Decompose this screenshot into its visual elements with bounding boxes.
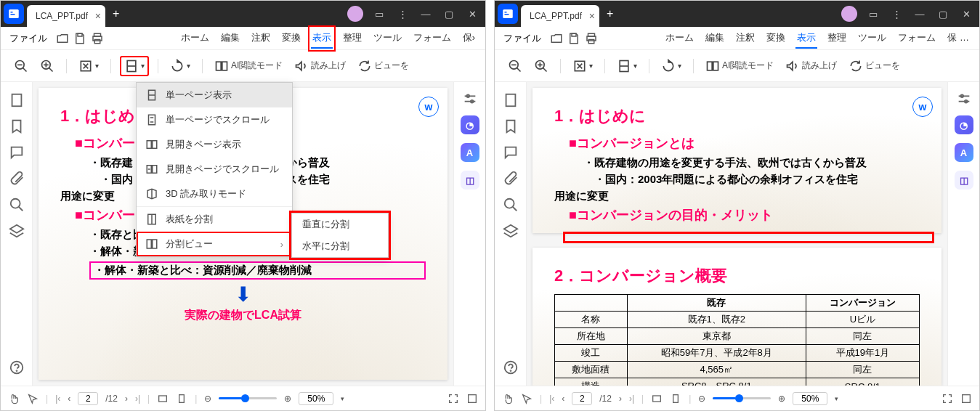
dd-facing[interactable]: 見開きページ表示 [137, 132, 292, 157]
tab-close-icon[interactable]: × [589, 10, 595, 22]
dd-vertical-split[interactable]: 垂直に分割 [292, 213, 388, 235]
menu-view[interactable]: 表示 [795, 28, 817, 49]
zoom-in-button[interactable] [37, 56, 57, 76]
zoom-input[interactable] [299, 392, 333, 405]
menu-edit[interactable]: 編集 [219, 28, 241, 49]
menu-file[interactable]: ファイル [503, 32, 541, 45]
user-avatar[interactable] [841, 6, 857, 22]
save-icon[interactable] [73, 32, 86, 45]
zoom-out-button[interactable] [11, 56, 31, 76]
search-icon[interactable] [9, 197, 25, 213]
menu-convert[interactable]: 変換 [765, 28, 787, 49]
user-avatar[interactable] [347, 6, 363, 22]
menu-home[interactable]: ホーム [664, 28, 695, 49]
thumbnails-icon[interactable] [9, 92, 25, 108]
help-icon[interactable] [9, 359, 25, 375]
dd-3d-mode[interactable]: 3D 読み取りモード [137, 182, 292, 206]
dd-split-view[interactable]: 分割ビュー› [137, 232, 292, 256]
next-page-icon[interactable]: › [125, 394, 128, 404]
read-aloud-button[interactable]: 読み上げ [782, 56, 840, 76]
page-display-button[interactable]: ▾ [614, 56, 640, 76]
window-minimize[interactable]: — [910, 4, 930, 24]
ai-read-button[interactable]: AI閲読モード [702, 56, 777, 76]
first-page-icon[interactable]: |‹ [55, 394, 60, 404]
hand-tool-icon[interactable] [8, 393, 20, 404]
dd-single-scroll[interactable]: 単一ページでスクロール [137, 107, 292, 132]
first-page-icon[interactable]: |‹ [549, 394, 554, 404]
dd-facing-scroll[interactable]: 見開きページでスクロール [137, 157, 292, 182]
zoom-in-small[interactable]: ⊕ [778, 394, 785, 404]
prev-page-icon[interactable]: ‹ [68, 394, 70, 404]
print-icon[interactable] [585, 32, 598, 45]
fit-button[interactable]: ▾ [570, 56, 596, 76]
attachments-icon[interactable] [503, 171, 519, 187]
menu-organize[interactable]: 整理 [341, 28, 363, 49]
hand-tool-icon[interactable] [502, 393, 514, 404]
fit-page-icon[interactable] [176, 393, 187, 404]
dd-horizontal-split[interactable]: 水平に分割 [292, 235, 388, 257]
document-tab[interactable]: LCA_PPT.pdf × [521, 5, 599, 27]
split-divider-highlight[interactable] [563, 232, 934, 243]
menu-form[interactable]: フォーム [896, 28, 937, 49]
prev-page-icon[interactable]: ‹ [562, 394, 564, 404]
menu-home[interactable]: ホーム [179, 28, 211, 49]
menu-overflow[interactable]: 保 … [946, 28, 971, 49]
last-page-icon[interactable]: ›| [629, 394, 634, 404]
window-maximize[interactable]: ▢ [439, 4, 459, 24]
rotate-button[interactable]: ▾ [167, 56, 193, 76]
ai-chat-icon[interactable]: ◔ [461, 115, 479, 134]
zoom-in-small[interactable]: ⊕ [284, 394, 291, 404]
ai-read-button[interactable]: AI閲読モード [211, 56, 286, 76]
menu-comments[interactable]: 注釈 [734, 28, 756, 49]
add-tab-button[interactable]: + [599, 7, 620, 20]
zoom-dropdown-icon[interactable]: ▾ [341, 395, 344, 402]
bookmarks-icon[interactable] [503, 118, 519, 134]
menu-overflow[interactable]: 保› [461, 28, 477, 49]
menu-convert[interactable]: 変換 [280, 28, 302, 49]
document-tab[interactable]: LCA_PPT.pdf × [27, 5, 105, 27]
adjust-icon[interactable] [956, 91, 972, 107]
last-page-icon[interactable]: ›| [135, 394, 140, 404]
view-switch-button[interactable]: ビューを [355, 56, 412, 76]
zoom-slider[interactable] [219, 397, 277, 399]
search-icon[interactable] [503, 197, 519, 213]
print-icon[interactable] [91, 32, 104, 45]
next-page-icon[interactable]: › [619, 394, 622, 404]
reading-mode-icon[interactable] [960, 393, 972, 404]
menu-tools[interactable]: ツール [857, 28, 888, 49]
dd-single-page[interactable]: 単一ページ表示 [137, 83, 292, 107]
fit-width-icon[interactable] [651, 393, 663, 404]
menu-file[interactable]: ファイル [9, 32, 47, 45]
fit-button[interactable]: ▾ [76, 56, 102, 76]
feedback-icon[interactable]: ▭ [863, 4, 883, 24]
fit-page-icon[interactable] [670, 393, 681, 404]
open-icon[interactable] [550, 32, 563, 45]
add-tab-button[interactable]: + [105, 7, 126, 20]
tab-close-icon[interactable]: × [95, 10, 101, 22]
ai-chat-icon[interactable]: ◔ [955, 115, 973, 134]
zoom-dropdown-icon[interactable]: ▾ [835, 395, 838, 402]
layers-icon[interactable] [503, 223, 519, 239]
market-icon[interactable]: ◫ [461, 171, 479, 190]
page-display-button[interactable]: ▾ [120, 56, 149, 76]
menu-comments[interactable]: 注釈 [250, 28, 272, 49]
ai-assistant-icon[interactable]: A [461, 143, 479, 162]
menu-form[interactable]: フォーム [412, 28, 453, 49]
read-aloud-button[interactable]: 読み上げ [291, 56, 349, 76]
zoom-out-button[interactable] [505, 56, 525, 76]
zoom-slider[interactable] [713, 397, 771, 399]
attachments-icon[interactable] [9, 171, 25, 187]
ai-assistant-icon[interactable]: A [955, 143, 973, 162]
fullscreen-icon[interactable] [448, 393, 459, 404]
menu-edit[interactable]: 編集 [704, 28, 726, 49]
select-tool-icon[interactable] [27, 393, 39, 404]
select-tool-icon[interactable] [521, 393, 532, 404]
window-maximize[interactable]: ▢ [933, 4, 953, 24]
zoom-out-small[interactable]: ⊖ [698, 394, 705, 404]
menu-view[interactable]: 表示 [311, 28, 333, 49]
dd-cover-split[interactable]: 表紙を分割 [137, 207, 292, 232]
view-switch-button[interactable]: ビューを [846, 56, 903, 76]
layers-icon[interactable] [9, 223, 25, 239]
menu-tools[interactable]: ツール [372, 28, 403, 49]
reading-mode-icon[interactable] [466, 393, 478, 404]
